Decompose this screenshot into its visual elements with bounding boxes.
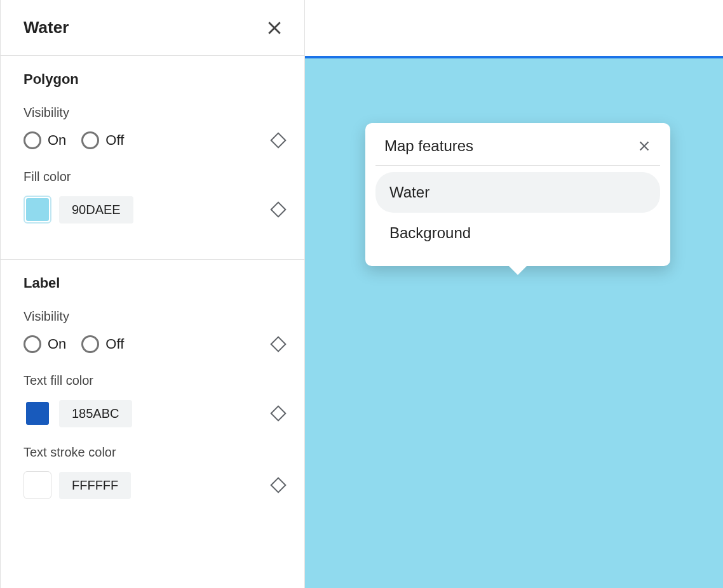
- label-visibility-on[interactable]: On: [24, 335, 66, 353]
- radio-off-label: Off: [105, 336, 124, 352]
- close-icon: [265, 18, 284, 37]
- radio-icon: [24, 131, 41, 149]
- polygon-fill-label: Fill color: [24, 170, 284, 184]
- text-stroke-row: FFFFFF: [24, 471, 284, 499]
- preview-topbar: [305, 0, 723, 56]
- polygon-visibility-on[interactable]: On: [24, 131, 66, 149]
- text-fill-row: 185ABC: [24, 399, 284, 427]
- radio-icon: [81, 131, 99, 149]
- polygon-fill-row: 90DAEE: [24, 196, 284, 224]
- polygon-fill-swatch-button[interactable]: [24, 196, 51, 224]
- close-icon: [637, 139, 651, 153]
- radio-icon: [81, 335, 99, 353]
- polygon-visibility-off[interactable]: Off: [81, 131, 124, 149]
- popup-title: Map features: [384, 137, 473, 155]
- text-stroke-label: Text stroke color: [24, 445, 284, 460]
- polygon-visibility-override-indicator[interactable]: [270, 132, 286, 148]
- map-features-popup: Map features Water Background: [365, 123, 670, 266]
- color-swatch-icon: [26, 474, 49, 497]
- popup-item-background[interactable]: Background: [375, 213, 660, 253]
- text-fill-swatch-button[interactable]: [24, 399, 51, 427]
- text-fill-color-group: 185ABC: [24, 399, 265, 427]
- text-stroke-color-group: FFFFFF: [24, 471, 265, 499]
- label-visibility-label: Visibility: [24, 309, 284, 324]
- color-swatch-icon: [26, 198, 49, 221]
- label-visibility-row: On Off: [24, 335, 284, 353]
- style-sidebar: Water Polygon Visibility On Off Fi: [0, 0, 305, 588]
- popup-item-water[interactable]: Water: [375, 172, 660, 213]
- color-swatch-icon: [26, 402, 49, 425]
- radio-off-label: Off: [105, 132, 124, 149]
- radio-icon: [24, 335, 41, 353]
- map-canvas[interactable]: Map features Water Background: [305, 58, 723, 588]
- polygon-fill-hex-input[interactable]: 90DAEE: [59, 196, 133, 224]
- popup-close-button[interactable]: [637, 139, 651, 153]
- close-button[interactable]: [265, 18, 284, 37]
- text-fill-hex-input[interactable]: 185ABC: [59, 400, 132, 427]
- polygon-fill-color-group: 90DAEE: [24, 196, 265, 224]
- radio-on-label: On: [48, 336, 66, 352]
- sidebar-header: Water: [1, 0, 304, 56]
- popup-header: Map features: [375, 137, 660, 166]
- label-visibility-override-indicator[interactable]: [270, 336, 286, 352]
- text-stroke-override-indicator[interactable]: [270, 477, 286, 493]
- label-heading: Label: [24, 275, 284, 291]
- map-preview-pane: Map features Water Background: [305, 0, 723, 588]
- polygon-visibility-row: On Off: [24, 131, 284, 149]
- label-visibility-off[interactable]: Off: [81, 335, 124, 353]
- sidebar-title: Water: [24, 18, 69, 37]
- label-visibility-group: On Off: [24, 335, 266, 353]
- polygon-section: Polygon Visibility On Off Fill color: [1, 56, 304, 260]
- label-section: Label Visibility On Off Text fill color: [1, 260, 304, 517]
- polygon-fill-override-indicator[interactable]: [270, 201, 286, 217]
- text-stroke-hex-input[interactable]: FFFFFF: [59, 472, 131, 499]
- polygon-heading: Polygon: [24, 71, 284, 88]
- polygon-visibility-group: On Off: [24, 131, 266, 149]
- text-stroke-swatch-button[interactable]: [24, 471, 51, 499]
- text-fill-override-indicator[interactable]: [270, 405, 286, 421]
- polygon-visibility-label: Visibility: [24, 105, 284, 120]
- radio-on-label: On: [48, 132, 66, 149]
- text-fill-label: Text fill color: [24, 373, 284, 388]
